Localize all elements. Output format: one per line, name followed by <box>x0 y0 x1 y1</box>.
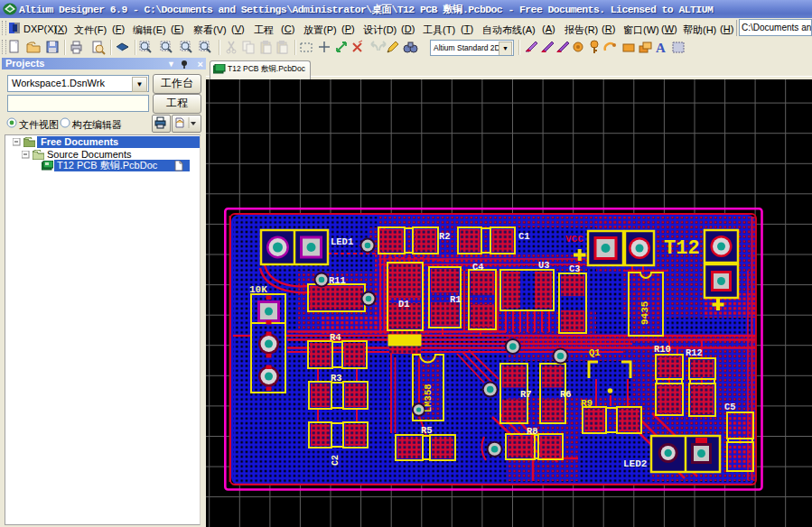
svg-text:R11: R11 <box>329 275 346 286</box>
svg-text:U3: U3 <box>538 260 550 271</box>
svg-text:C3: C3 <box>569 264 581 274</box>
svg-text:LED1: LED1 <box>331 236 353 247</box>
svg-text:R5: R5 <box>421 425 433 436</box>
svg-text:A: A <box>656 41 666 55</box>
svg-text:R8: R8 <box>527 426 538 437</box>
svg-text:R4: R4 <box>330 332 341 343</box>
svg-text:9435: 9435 <box>639 300 650 325</box>
svg-text:R10: R10 <box>654 344 671 355</box>
svg-text:R1: R1 <box>450 294 462 305</box>
svg-text:R3: R3 <box>331 373 342 384</box>
svg-text:R6: R6 <box>560 389 572 400</box>
svg-text:Q1: Q1 <box>589 347 601 358</box>
svg-text:R9: R9 <box>581 398 593 409</box>
svg-text:10K: 10K <box>249 284 267 295</box>
svg-text:R12: R12 <box>686 347 703 358</box>
svg-text:C2: C2 <box>331 455 341 466</box>
svg-text:C1: C1 <box>518 231 530 242</box>
svg-text:D1: D1 <box>398 299 410 310</box>
svg-text:R2: R2 <box>439 231 451 242</box>
svg-text:LED2: LED2 <box>623 458 647 469</box>
svg-text:R7: R7 <box>520 389 532 400</box>
svg-text:LM358: LM358 <box>423 384 434 412</box>
svg-text:T12: T12 <box>664 237 700 260</box>
svg-text:VCC: VCC <box>565 234 583 245</box>
svg-text:C5: C5 <box>724 402 736 412</box>
svg-text:C4: C4 <box>472 262 484 273</box>
